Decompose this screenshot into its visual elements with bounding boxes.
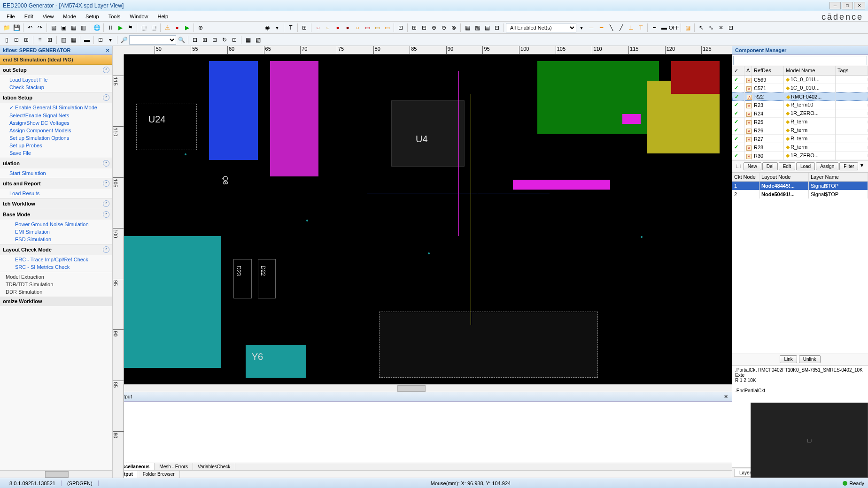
tool-icon[interactable]: ⊕ — [196, 23, 205, 32]
collapse-icon[interactable]: ˄ — [103, 246, 109, 253]
section-results[interactable]: ults and Report ˄ — [0, 178, 112, 189]
node-row[interactable]: 2Node50491!...Signal$TOP — [732, 190, 868, 198]
tool-icon[interactable]: ▤ — [482, 23, 492, 32]
tool-icon[interactable]: ⊗ — [449, 23, 458, 32]
tool-icon[interactable]: ⊡ — [96, 35, 105, 45]
undo-icon[interactable]: ↶ — [25, 23, 35, 32]
tool-icon[interactable]: ▯ — [2, 35, 11, 45]
minimize-button[interactable]: ─ — [829, 2, 841, 9]
setup-probes[interactable]: Set up Probes — [0, 142, 112, 149]
tool-icon[interactable]: ⊞ — [22, 35, 31, 45]
close-icon[interactable]: ✕ — [724, 394, 728, 400]
del-button[interactable]: Del — [762, 162, 778, 170]
tool-icon[interactable]: ⊡ — [492, 23, 502, 32]
tool-icon[interactable]: ▦ — [69, 23, 78, 32]
circle-icon[interactable]: ○ — [353, 23, 362, 32]
component-row[interactable]: ✓AR23◆R_term10 — [732, 101, 868, 109]
search-icon[interactable]: 🔍 — [177, 35, 186, 45]
section-switch-workflow[interactable]: tch Workflow ˄ — [0, 198, 112, 209]
component-row[interactable]: ✓AR27◆R_term — [732, 135, 868, 143]
warning-icon[interactable]: ⚠ — [163, 23, 172, 32]
globe-icon[interactable]: 🌐 — [92, 23, 101, 32]
component-row[interactable]: ✓AC571◆1C_0_01U... — [732, 84, 868, 92]
play-icon[interactable]: ▶ — [116, 23, 125, 32]
col-model[interactable]: Model Name — [784, 66, 836, 75]
circle-icon[interactable]: ● — [333, 23, 342, 32]
component-row[interactable]: ✓AR25◆R_term — [732, 118, 868, 126]
play-icon[interactable]: ▶ — [182, 23, 192, 32]
tool-icon[interactable]: ◉ — [263, 23, 272, 32]
menu-edit[interactable]: Edit — [20, 13, 38, 20]
tool-icon[interactable]: ⊟ — [419, 23, 429, 32]
menu-mode[interactable]: Mode — [58, 13, 81, 20]
funnel-icon[interactable]: ▼ — [859, 162, 864, 170]
src-check[interactable]: SRC - SI Metrics Check — [0, 263, 112, 271]
save-file[interactable]: Save File — [0, 149, 112, 157]
tool-icon[interactable]: ⊡ — [396, 23, 405, 32]
tool-icon[interactable]: ⊡ — [726, 23, 736, 32]
delete-icon[interactable]: ✕ — [716, 23, 726, 32]
line-icon[interactable]: ─ — [587, 23, 596, 32]
collapse-icon[interactable]: ˄ — [103, 200, 109, 207]
enable-si-mode[interactable]: Enable General SI Simulation Mode — [0, 104, 112, 112]
load-layout-file[interactable]: Load Layout File — [0, 76, 112, 84]
tool-icon[interactable]: ⊡ — [190, 35, 200, 45]
tool-icon[interactable]: ⊖ — [439, 23, 449, 32]
cursor-icon[interactable]: ↖ — [697, 23, 706, 32]
col-a[interactable]: A — [744, 66, 752, 75]
section-simulation[interactable]: ulation ˄ — [0, 158, 112, 168]
tool-icon[interactable]: ⊡ — [230, 35, 239, 45]
start-simulation[interactable]: Start Simulation — [0, 169, 112, 177]
menu-setup[interactable]: Setup — [81, 13, 104, 20]
component-row[interactable]: ✓AR24◆1R_ZERO... — [732, 109, 868, 118]
col-layout-node[interactable]: Layout Node — [760, 173, 809, 181]
col-refdes[interactable]: RefDes — [752, 66, 784, 75]
collapse-icon[interactable]: ˄ — [103, 160, 109, 167]
ddr-simulation[interactable]: DDR Simulation — [0, 288, 112, 296]
assign-dc-voltages[interactable]: Assign/Show DC Voltages — [0, 119, 112, 127]
flag-icon[interactable]: ⚑ — [125, 23, 135, 32]
tool-icon[interactable]: ▧ — [49, 23, 58, 32]
box-icon[interactable]: ▭ — [363, 23, 372, 32]
tool-icon[interactable]: ⊤ — [636, 23, 645, 32]
component-list[interactable]: ✓AC569◆1C_0_01U...✓AC571◆1C_0_01U...✓AR2… — [732, 76, 868, 160]
dropdown-icon[interactable]: ▾ — [577, 23, 586, 32]
pcb-canvas[interactable]: U24 U4 Y6 D23 D22 Q8 — [124, 54, 732, 384]
col-tags[interactable]: Tags — [836, 66, 868, 75]
select-signal-nets[interactable]: Select/Enable Signal Nets — [0, 112, 112, 119]
unlink-button[interactable]: Unlink — [799, 355, 821, 363]
find-icon[interactable]: 🔎 — [119, 35, 129, 45]
tool-icon[interactable]: ▥ — [78, 23, 88, 32]
col-ckt-node[interactable]: Ckt Node — [732, 173, 760, 181]
filter-button[interactable]: Filter — [839, 162, 858, 170]
model-extraction[interactable]: Model Extraction — [0, 273, 112, 281]
setup-simulation-options[interactable]: Set up Simulation Options — [0, 134, 112, 142]
search-dropdown[interactable] — [129, 35, 176, 45]
edit-button[interactable]: Edit — [779, 162, 795, 170]
nets-dropdown[interactable]: All Enabled Net(s) — [506, 23, 576, 32]
open-icon[interactable]: 📁 — [2, 23, 11, 32]
tool-icon[interactable]: ▦ — [463, 23, 472, 32]
tool-icon[interactable]: ≡ — [35, 35, 45, 45]
tool-icon[interactable]: ⊞ — [200, 35, 209, 45]
section-base-mode[interactable]: Base Mode ˄ — [0, 209, 112, 220]
assign-button[interactable]: Assign — [816, 162, 838, 170]
circle-icon[interactable]: ○ — [323, 23, 333, 32]
canvas-scrollbar[interactable] — [124, 384, 732, 392]
menu-window[interactable]: Window — [125, 13, 153, 20]
text-icon[interactable]: T — [286, 23, 295, 32]
component-row[interactable]: ✓AC569◆1C_0_01U... — [732, 76, 868, 84]
assign-component-models[interactable]: Assign Component Models — [0, 127, 112, 134]
tool-icon[interactable]: ▦ — [69, 35, 78, 45]
line-icon[interactable]: ━ — [597, 23, 606, 32]
cursor-icon[interactable]: ⤡ — [706, 23, 716, 32]
load-button[interactable]: Load — [796, 162, 815, 170]
collapse-icon[interactable]: ˄ — [103, 94, 109, 101]
collapse-icon[interactable]: ˄ — [103, 180, 109, 187]
erc-check[interactable]: ERC - Trace Imp/Cpl/Ref Check — [0, 256, 112, 263]
tool-icon[interactable]: ▬ — [82, 35, 92, 45]
section-layout-check[interactable]: Layout Check Mode ˄ — [0, 244, 112, 255]
tab-variables-check[interactable]: VariablesCheck — [193, 463, 235, 470]
component-row[interactable]: ✓AR26◆R_term — [732, 126, 868, 135]
tool-icon[interactable]: ▬ — [659, 23, 669, 32]
